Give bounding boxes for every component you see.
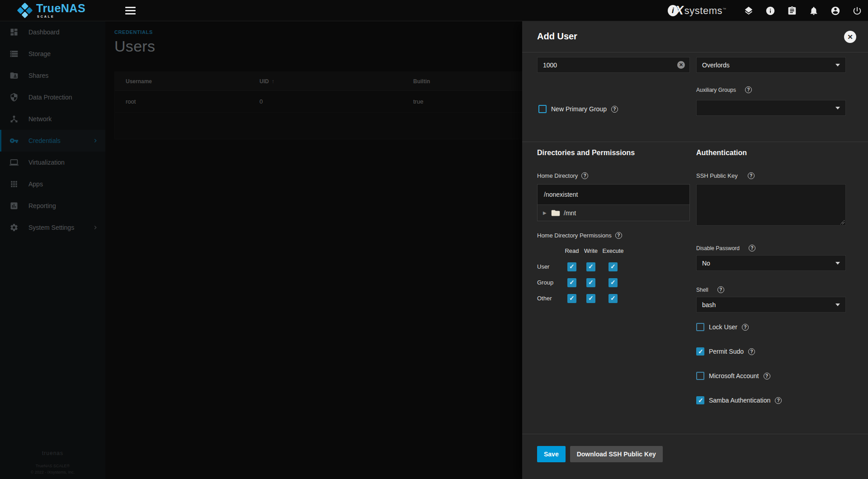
auxiliary-groups-select[interactable] bbox=[696, 100, 846, 116]
panel-header: Add User ✕ bbox=[522, 21, 868, 52]
help-icon[interactable]: ? bbox=[717, 286, 724, 293]
info-icon[interactable] bbox=[765, 5, 776, 16]
samba-authentication-checkbox-row[interactable]: Samba Authentication ? bbox=[696, 396, 782, 404]
hamburger-menu-icon[interactable] bbox=[125, 7, 136, 14]
top-bar: TrueNAS SCALE i X systems ™ bbox=[0, 0, 868, 21]
perm-col-read: Read bbox=[562, 243, 581, 259]
tree-item-mnt[interactable]: ▶ /mnt bbox=[538, 204, 689, 221]
section-title-authentication: Authentication bbox=[696, 149, 747, 157]
ixsystems-logo: i X systems ™ bbox=[668, 4, 726, 18]
close-icon[interactable]: ✕ bbox=[844, 31, 856, 43]
tree-item-label: /mnt bbox=[564, 209, 576, 217]
lock-user-checkbox[interactable] bbox=[696, 323, 704, 331]
chevron-down-icon bbox=[835, 107, 840, 109]
section-title-directories: Directories and Permissions bbox=[537, 149, 635, 157]
microsoft-account-checkbox-row[interactable]: Microsoft Account ? bbox=[696, 372, 770, 380]
home-directory-picker: ▶ /mnt bbox=[537, 184, 690, 221]
help-icon[interactable]: ? bbox=[742, 324, 749, 331]
panel-footer: Save Download SSH Public Key bbox=[537, 446, 663, 462]
shell-select[interactable]: bash bbox=[696, 297, 846, 313]
permissions-grid: Read Write Execute User Group Other bbox=[537, 243, 626, 306]
ix-logo-x: X bbox=[675, 4, 684, 18]
ix-logo-text: systems bbox=[684, 5, 722, 17]
layers-icon[interactable] bbox=[743, 5, 754, 16]
notifications-bell-icon[interactable] bbox=[808, 5, 819, 16]
section-divider bbox=[522, 142, 868, 142]
permit-sudo-checkbox-row[interactable]: Permit Sudo ? bbox=[696, 347, 755, 356]
help-icon[interactable]: ? bbox=[775, 397, 782, 404]
resize-handle[interactable] bbox=[840, 220, 844, 224]
uid-input[interactable] bbox=[538, 62, 677, 69]
power-icon[interactable] bbox=[852, 5, 863, 16]
perm-row-user-label: User bbox=[537, 259, 562, 275]
perm-col-write: Write bbox=[581, 243, 600, 259]
user-execute-checkbox[interactable] bbox=[609, 262, 618, 271]
samba-authentication-checkbox[interactable] bbox=[696, 396, 704, 404]
disable-password-select[interactable]: No bbox=[696, 255, 846, 271]
uid-field[interactable]: ✕ bbox=[537, 57, 690, 73]
new-primary-group-checkbox-row[interactable]: New Primary Group ? bbox=[538, 105, 618, 113]
perm-row-group-label: Group bbox=[537, 275, 562, 290]
perm-row-other-label: Other bbox=[537, 290, 562, 306]
help-icon[interactable]: ? bbox=[615, 232, 622, 239]
logo-title: TrueNAS bbox=[36, 3, 85, 14]
help-icon[interactable]: ? bbox=[745, 86, 752, 93]
help-icon[interactable]: ? bbox=[749, 245, 755, 251]
save-button[interactable]: Save bbox=[537, 446, 566, 462]
help-icon[interactable]: ? bbox=[748, 348, 755, 355]
help-icon[interactable]: ? bbox=[581, 172, 588, 179]
ssh-public-key-label-text: SSH Public Key bbox=[696, 172, 738, 179]
user-write-checkbox[interactable] bbox=[586, 262, 595, 271]
new-primary-group-label: New Primary Group bbox=[551, 105, 607, 113]
modal-backdrop[interactable] bbox=[0, 21, 522, 479]
home-directory-label-text: Home Directory bbox=[537, 172, 578, 179]
truenas-logo[interactable]: TrueNAS SCALE bbox=[18, 3, 85, 18]
clear-icon[interactable]: ✕ bbox=[677, 61, 685, 69]
chevron-down-icon bbox=[835, 262, 840, 265]
permit-sudo-checkbox[interactable] bbox=[696, 347, 704, 356]
permit-sudo-label: Permit Sudo bbox=[709, 348, 744, 355]
group-execute-checkbox[interactable] bbox=[609, 278, 618, 287]
auxiliary-groups-label-text: Auxiliary Groups bbox=[696, 87, 736, 93]
lock-user-label: Lock User bbox=[709, 323, 737, 331]
add-user-panel: Add User ✕ ✕ Overlords Auxiliary Groups … bbox=[522, 21, 868, 479]
tree-expand-icon[interactable]: ▶ bbox=[543, 210, 549, 215]
folder-icon bbox=[551, 209, 560, 217]
primary-group-value: Overlords bbox=[702, 62, 730, 69]
chevron-down-icon bbox=[835, 64, 840, 66]
shell-value: bash bbox=[702, 301, 716, 308]
logo-subtitle: SCALE bbox=[37, 15, 85, 18]
microsoft-account-checkbox[interactable] bbox=[696, 372, 704, 380]
footer-divider bbox=[522, 434, 868, 434]
shell-label-text: Shell bbox=[696, 287, 708, 293]
home-directory-permissions-label-text: Home Directory Permissions bbox=[537, 232, 612, 239]
ssh-public-key-textarea[interactable] bbox=[697, 185, 845, 225]
ssh-public-key-textarea-wrap bbox=[696, 184, 846, 226]
truenas-logo-icon bbox=[17, 3, 33, 19]
shell-label: Shell ? bbox=[696, 286, 724, 293]
other-write-checkbox[interactable] bbox=[586, 294, 595, 303]
lock-user-checkbox-row[interactable]: Lock User ? bbox=[696, 323, 749, 331]
new-primary-group-checkbox[interactable] bbox=[538, 105, 547, 113]
panel-title: Add User bbox=[537, 31, 577, 42]
user-read-checkbox[interactable] bbox=[567, 262, 576, 271]
tasks-clipboard-icon[interactable] bbox=[787, 5, 797, 16]
other-read-checkbox[interactable] bbox=[567, 294, 576, 303]
home-directory-permissions-label: Home Directory Permissions ? bbox=[537, 232, 622, 239]
group-write-checkbox[interactable] bbox=[586, 278, 595, 287]
download-ssh-button[interactable]: Download SSH Public Key bbox=[570, 446, 663, 462]
disable-password-value: No bbox=[702, 260, 710, 267]
microsoft-account-label: Microsoft Account bbox=[709, 372, 759, 379]
help-icon[interactable]: ? bbox=[764, 373, 770, 379]
help-icon[interactable]: ? bbox=[611, 106, 618, 113]
account-icon[interactable] bbox=[830, 5, 841, 16]
primary-group-select[interactable]: Overlords bbox=[696, 57, 846, 73]
home-directory-field[interactable] bbox=[538, 185, 689, 204]
home-directory-input[interactable] bbox=[538, 191, 689, 198]
other-execute-checkbox[interactable] bbox=[609, 294, 618, 303]
ix-logo-tm: ™ bbox=[722, 7, 726, 11]
samba-authentication-label: Samba Authentication bbox=[709, 397, 770, 404]
auxiliary-groups-label: Auxiliary Groups ? bbox=[696, 86, 752, 93]
help-icon[interactable]: ? bbox=[748, 172, 755, 179]
group-read-checkbox[interactable] bbox=[567, 278, 576, 287]
